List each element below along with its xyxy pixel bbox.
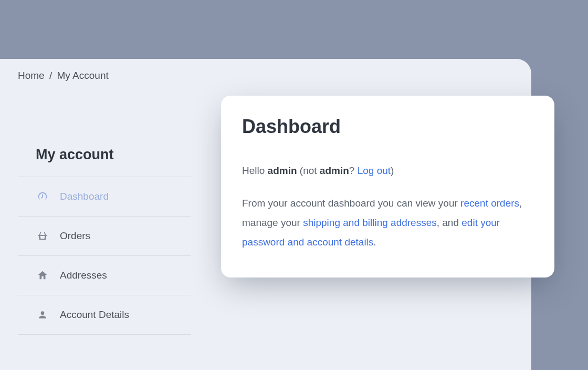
greeting-user: admin (268, 165, 297, 176)
greeting-text: Hello admin (not admin? Log out) (242, 163, 533, 179)
nav-item-account-details[interactable]: Account Details (18, 295, 191, 335)
breadcrumb-home[interactable]: Home (18, 70, 45, 81)
breadcrumb-current: My Account (57, 70, 109, 81)
desc-part1: From your account dashboard you can view… (242, 198, 460, 209)
nav-list: Dashboard Orders Addresses Account Detai… (18, 177, 191, 335)
dashboard-card: Dashboard Hello admin (not admin? Log ou… (221, 96, 554, 278)
desc-part4: . (373, 237, 376, 248)
nav-label: Dashboard (60, 191, 109, 202)
basket-icon (36, 229, 49, 243)
sidebar-title: My account (18, 147, 191, 177)
nav-item-addresses[interactable]: Addresses (18, 256, 191, 295)
nav-label: Account Details (60, 309, 129, 321)
recent-orders-link[interactable]: recent orders (460, 198, 519, 209)
nav-label: Addresses (60, 270, 107, 281)
sidebar: My account Dashboard Orders Addresses (18, 132, 191, 335)
house-icon (36, 269, 49, 282)
desc-part3: , and (437, 217, 462, 228)
logout-link[interactable]: Log out (358, 165, 391, 176)
breadcrumb: Home / My Account (18, 70, 109, 81)
breadcrumb-separator: / (49, 70, 52, 81)
dashboard-icon (36, 190, 49, 203)
dashboard-description: From your account dashboard you can view… (242, 193, 533, 252)
greeting-not-suffix: ? (349, 165, 358, 176)
nav-item-orders[interactable]: Orders (18, 217, 191, 256)
nav-item-dashboard[interactable]: Dashboard (18, 177, 191, 217)
card-title: Dashboard (242, 116, 533, 138)
greeting-not-prefix: (not (297, 165, 320, 176)
greeting-close-paren: ) (391, 165, 394, 176)
user-icon (36, 308, 49, 322)
greeting-hello: Hello (242, 165, 268, 176)
nav-label: Orders (60, 230, 90, 242)
addresses-link[interactable]: shipping and billing addresses (303, 217, 437, 228)
greeting-user2: admin (320, 165, 349, 176)
